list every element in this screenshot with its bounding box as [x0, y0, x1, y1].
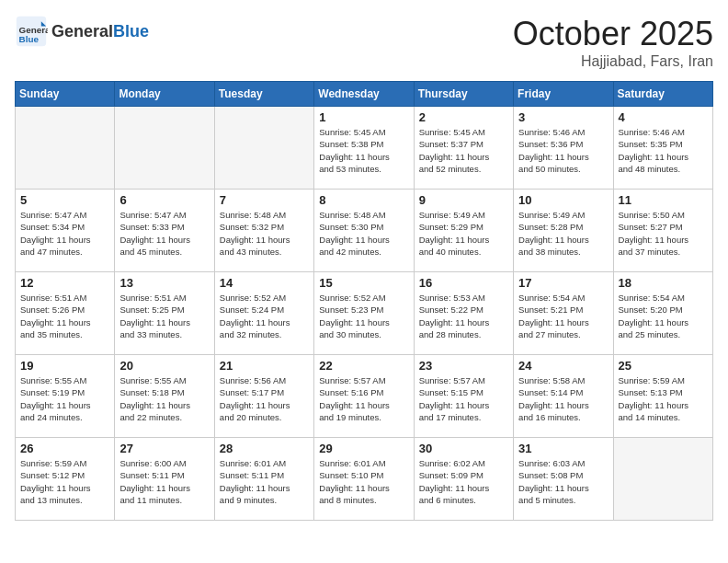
- day-number: 30: [419, 442, 508, 455]
- calendar-cell: 23Sunrise: 5:57 AM Sunset: 5:15 PM Dayli…: [414, 355, 513, 438]
- day-number: 24: [518, 359, 608, 373]
- day-number: 1: [319, 110, 408, 124]
- day-number: 16: [419, 276, 508, 290]
- day-info: Sunrise: 6:01 AM Sunset: 5:10 PM Dayligh…: [319, 457, 408, 506]
- weekday-header-row: SundayMondayTuesdayWednesdayThursdayFrid…: [16, 82, 713, 107]
- calendar-cell: 26Sunrise: 5:59 AM Sunset: 5:12 PM Dayli…: [16, 438, 115, 521]
- calendar-cell: 22Sunrise: 5:57 AM Sunset: 5:16 PM Dayli…: [314, 355, 414, 438]
- calendar-cell: 8Sunrise: 5:48 AM Sunset: 5:30 PM Daylig…: [314, 190, 414, 272]
- calendar-cell: 25Sunrise: 5:59 AM Sunset: 5:13 PM Dayli…: [613, 355, 712, 438]
- day-number: 9: [419, 193, 508, 207]
- calendar-cell: 20Sunrise: 5:55 AM Sunset: 5:18 PM Dayli…: [115, 355, 214, 438]
- day-info: Sunrise: 5:47 AM Sunset: 5:34 PM Dayligh…: [20, 209, 109, 258]
- day-info: Sunrise: 5:54 AM Sunset: 5:21 PM Dayligh…: [518, 292, 608, 340]
- calendar-cell: 29Sunrise: 6:01 AM Sunset: 5:10 PM Dayli…: [314, 438, 414, 521]
- calendar-week-row: 26Sunrise: 5:59 AM Sunset: 5:12 PM Dayli…: [16, 438, 713, 521]
- weekday-header: Sunday: [16, 82, 115, 107]
- calendar-cell: [115, 107, 214, 190]
- logo-text-general: General: [51, 22, 113, 40]
- day-info: Sunrise: 5:55 AM Sunset: 5:18 PM Dayligh…: [119, 374, 209, 423]
- calendar-cell: 9Sunrise: 5:49 AM Sunset: 5:29 PM Daylig…: [414, 190, 513, 272]
- calendar-cell: 1Sunrise: 5:45 AM Sunset: 5:38 PM Daylig…: [314, 107, 414, 190]
- day-number: 23: [419, 359, 508, 373]
- logo-icon: General Blue: [15, 15, 48, 48]
- weekday-header: Thursday: [414, 82, 513, 107]
- page-header: General Blue GeneralBlue October 2025 Ha…: [15, 15, 713, 70]
- calendar-cell: 17Sunrise: 5:54 AM Sunset: 5:21 PM Dayli…: [514, 272, 613, 355]
- day-info: Sunrise: 5:50 AM Sunset: 5:27 PM Dayligh…: [619, 209, 708, 258]
- calendar-cell: 10Sunrise: 5:49 AM Sunset: 5:28 PM Dayli…: [514, 190, 613, 272]
- weekday-header: Tuesday: [214, 82, 313, 107]
- calendar-cell: 19Sunrise: 5:55 AM Sunset: 5:19 PM Dayli…: [16, 355, 115, 438]
- day-info: Sunrise: 5:55 AM Sunset: 5:19 PM Dayligh…: [20, 374, 109, 423]
- calendar-cell: 12Sunrise: 5:51 AM Sunset: 5:26 PM Dayli…: [16, 272, 115, 355]
- weekday-header: Friday: [514, 82, 613, 107]
- calendar-cell: 2Sunrise: 5:45 AM Sunset: 5:37 PM Daylig…: [414, 107, 513, 190]
- location-subtitle: Hajjiabad, Fars, Iran: [513, 53, 713, 70]
- calendar-cell: [16, 107, 115, 190]
- day-number: 17: [518, 276, 608, 290]
- day-info: Sunrise: 5:57 AM Sunset: 5:15 PM Dayligh…: [419, 374, 508, 423]
- day-number: 6: [119, 193, 209, 207]
- day-info: Sunrise: 6:00 AM Sunset: 5:11 PM Dayligh…: [119, 457, 209, 506]
- day-info: Sunrise: 5:52 AM Sunset: 5:23 PM Dayligh…: [319, 292, 408, 340]
- day-info: Sunrise: 6:03 AM Sunset: 5:08 PM Dayligh…: [518, 457, 608, 506]
- calendar-cell: 21Sunrise: 5:56 AM Sunset: 5:17 PM Dayli…: [214, 355, 313, 438]
- calendar-cell: 15Sunrise: 5:52 AM Sunset: 5:23 PM Dayli…: [314, 272, 414, 355]
- day-info: Sunrise: 5:48 AM Sunset: 5:30 PM Dayligh…: [319, 209, 408, 258]
- day-number: 13: [119, 276, 209, 290]
- calendar-week-row: 19Sunrise: 5:55 AM Sunset: 5:19 PM Dayli…: [16, 355, 713, 438]
- day-number: 11: [619, 193, 708, 207]
- day-number: 12: [20, 276, 109, 290]
- day-info: Sunrise: 5:46 AM Sunset: 5:35 PM Dayligh…: [619, 126, 708, 175]
- weekday-header: Monday: [115, 82, 214, 107]
- day-number: 4: [619, 110, 708, 124]
- day-number: 25: [619, 359, 708, 373]
- day-info: Sunrise: 6:02 AM Sunset: 5:09 PM Dayligh…: [419, 457, 508, 506]
- day-info: Sunrise: 5:49 AM Sunset: 5:29 PM Dayligh…: [419, 209, 508, 258]
- calendar-week-row: 1Sunrise: 5:45 AM Sunset: 5:38 PM Daylig…: [16, 107, 713, 190]
- day-info: Sunrise: 5:47 AM Sunset: 5:33 PM Dayligh…: [119, 209, 209, 258]
- day-number: 19: [20, 359, 109, 373]
- day-info: Sunrise: 5:56 AM Sunset: 5:17 PM Dayligh…: [220, 374, 309, 423]
- day-info: Sunrise: 5:45 AM Sunset: 5:37 PM Dayligh…: [419, 126, 508, 175]
- day-info: Sunrise: 5:58 AM Sunset: 5:14 PM Dayligh…: [518, 374, 608, 423]
- day-info: Sunrise: 5:48 AM Sunset: 5:32 PM Dayligh…: [220, 209, 309, 258]
- day-info: Sunrise: 5:59 AM Sunset: 5:12 PM Dayligh…: [20, 457, 109, 506]
- calendar-cell: 6Sunrise: 5:47 AM Sunset: 5:33 PM Daylig…: [115, 190, 214, 272]
- calendar-cell: 5Sunrise: 5:47 AM Sunset: 5:34 PM Daylig…: [16, 190, 115, 272]
- day-number: 26: [20, 442, 109, 455]
- day-number: 21: [220, 359, 309, 373]
- day-info: Sunrise: 5:57 AM Sunset: 5:16 PM Dayligh…: [319, 374, 408, 423]
- day-info: Sunrise: 5:59 AM Sunset: 5:13 PM Dayligh…: [619, 374, 708, 423]
- day-number: 18: [619, 276, 708, 290]
- day-info: Sunrise: 5:45 AM Sunset: 5:38 PM Dayligh…: [319, 126, 408, 175]
- day-number: 22: [319, 359, 408, 373]
- calendar-cell: 14Sunrise: 5:52 AM Sunset: 5:24 PM Dayli…: [214, 272, 313, 355]
- weekday-header: Saturday: [613, 82, 712, 107]
- day-number: 31: [518, 442, 608, 455]
- day-number: 3: [518, 110, 608, 124]
- calendar-table: SundayMondayTuesdayWednesdayThursdayFrid…: [15, 81, 713, 521]
- title-block: October 2025 Hajjiabad, Fars, Iran: [513, 15, 713, 70]
- calendar-cell: 18Sunrise: 5:54 AM Sunset: 5:20 PM Dayli…: [613, 272, 712, 355]
- calendar-cell: 4Sunrise: 5:46 AM Sunset: 5:35 PM Daylig…: [613, 107, 712, 190]
- calendar-cell: 16Sunrise: 5:53 AM Sunset: 5:22 PM Dayli…: [414, 272, 513, 355]
- day-info: Sunrise: 5:54 AM Sunset: 5:20 PM Dayligh…: [619, 292, 708, 340]
- day-info: Sunrise: 6:01 AM Sunset: 5:11 PM Dayligh…: [220, 457, 309, 506]
- calendar-cell: 27Sunrise: 6:00 AM Sunset: 5:11 PM Dayli…: [115, 438, 214, 521]
- day-info: Sunrise: 5:52 AM Sunset: 5:24 PM Dayligh…: [220, 292, 309, 340]
- calendar-cell: 24Sunrise: 5:58 AM Sunset: 5:14 PM Dayli…: [514, 355, 613, 438]
- day-number: 15: [319, 276, 408, 290]
- day-number: 29: [319, 442, 408, 455]
- weekday-header: Wednesday: [314, 82, 414, 107]
- calendar-cell: 30Sunrise: 6:02 AM Sunset: 5:09 PM Dayli…: [414, 438, 513, 521]
- month-title: October 2025: [513, 15, 713, 53]
- calendar-cell: 13Sunrise: 5:51 AM Sunset: 5:25 PM Dayli…: [115, 272, 214, 355]
- day-number: 28: [220, 442, 309, 455]
- day-number: 8: [319, 193, 408, 207]
- calendar-cell: [214, 107, 313, 190]
- calendar-cell: 11Sunrise: 5:50 AM Sunset: 5:27 PM Dayli…: [613, 190, 712, 272]
- svg-text:Blue: Blue: [19, 34, 40, 44]
- day-number: 14: [220, 276, 309, 290]
